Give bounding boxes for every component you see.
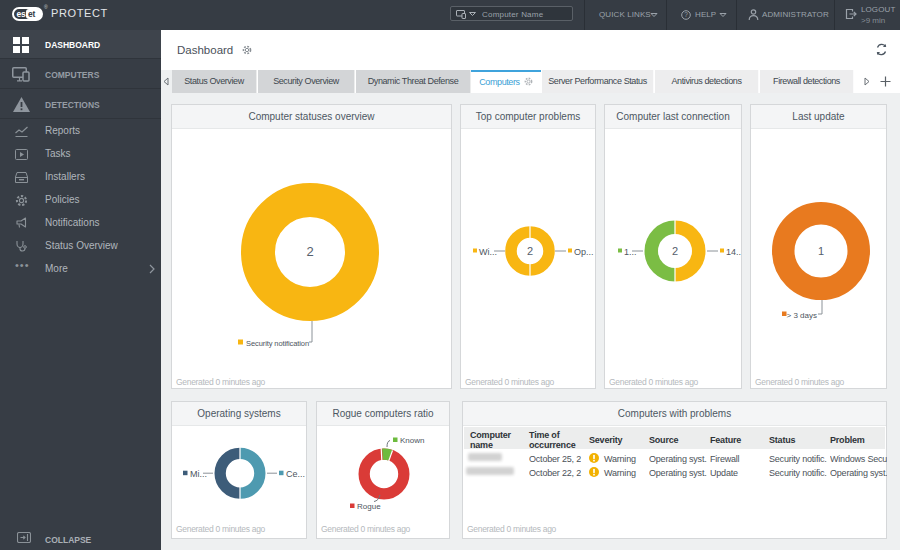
- svg-text:1...: 1...: [624, 247, 637, 257]
- svg-text:2: 2: [306, 244, 313, 259]
- svg-text:14...: 14...: [726, 247, 741, 257]
- svg-text:Op...: Op...: [574, 247, 594, 257]
- svg-text:2: 2: [672, 245, 678, 257]
- svg-text:?: ?: [684, 11, 688, 18]
- svg-text:Wi...: Wi...: [479, 247, 497, 257]
- svg-text:Security notification: Security notification: [246, 339, 309, 348]
- svg-text:Known: Known: [400, 436, 424, 445]
- svg-text:2: 2: [527, 245, 533, 257]
- svg-text:Ce...: Ce...: [286, 469, 305, 479]
- svg-text:1: 1: [818, 245, 824, 257]
- svg-text:> 3 days: > 3 days: [787, 311, 817, 320]
- svg-text:Mi...: Mi...: [190, 469, 207, 479]
- svg-text:Rogue: Rogue: [357, 502, 381, 511]
